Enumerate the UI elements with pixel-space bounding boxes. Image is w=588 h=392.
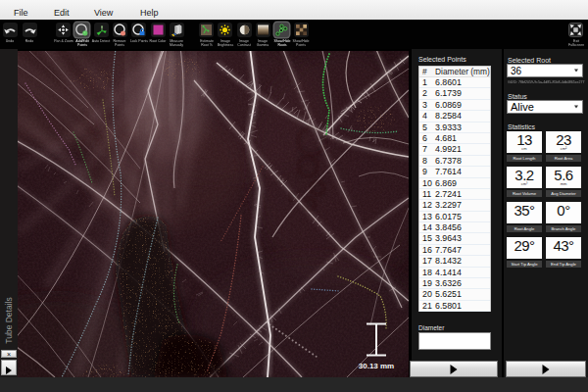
svg-text:30.13 mm: 30.13 mm — [359, 362, 394, 370]
